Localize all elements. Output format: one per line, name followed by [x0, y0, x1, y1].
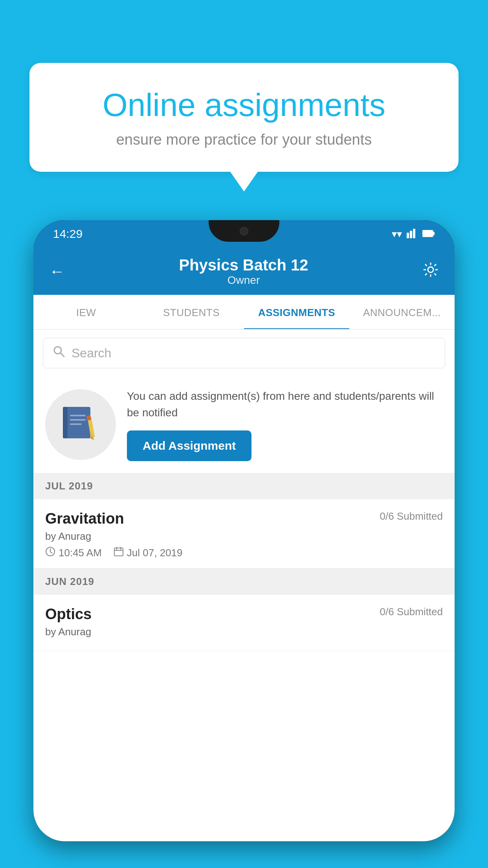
svg-rect-3 — [422, 230, 433, 237]
svg-rect-9 — [63, 407, 68, 438]
section-label-jun: JUN 2019 — [45, 576, 94, 587]
tab-students[interactable]: STUDENTS — [139, 295, 244, 329]
tabs-bar: IEW STUDENTS ASSIGNMENTS ANNOUNCEM... — [33, 295, 455, 330]
assignment-optics[interactable]: Optics 0/6 Submitted by Anurag — [33, 595, 455, 651]
svg-rect-4 — [433, 232, 435, 235]
phone-frame: 14:29 ▾▾ — [33, 220, 455, 841]
promo-card: You can add assignment(s) from here and … — [33, 376, 455, 473]
signal-icon — [407, 227, 418, 241]
svg-rect-19 — [114, 548, 123, 556]
wifi-icon: ▾▾ — [392, 228, 402, 240]
assignment-optics-author: by Anurag — [45, 626, 443, 638]
bubble-title: Online assignments — [61, 86, 427, 123]
calendar-icon — [114, 546, 124, 559]
add-assignment-button[interactable]: Add Assignment — [127, 430, 251, 461]
assignment-gravitation-date: Jul 07, 2019 — [114, 546, 183, 559]
assignment-gravitation-header: Gravitation 0/6 Submitted — [45, 510, 443, 527]
assignment-optics-title: Optics — [45, 606, 92, 623]
assignment-optics-submitted: 0/6 Submitted — [380, 606, 443, 618]
assignment-gravitation-submitted: 0/6 Submitted — [380, 510, 443, 522]
section-jun-2019: JUN 2019 — [33, 568, 455, 595]
promo-description: You can add assignment(s) from here and … — [127, 388, 443, 421]
header-title-wrap: Physics Batch 12 Owner — [65, 256, 422, 287]
status-time: 14:29 — [53, 227, 83, 241]
battery-icon — [422, 228, 435, 240]
svg-line-7 — [61, 353, 64, 357]
phone-screen: ← Physics Batch 12 Owner IEW — [33, 248, 455, 841]
gravitation-date-value: Jul 07, 2019 — [127, 547, 183, 559]
bubble-tail — [230, 172, 258, 191]
back-button[interactable]: ← — [49, 263, 65, 280]
svg-rect-8 — [65, 407, 90, 438]
tab-iew[interactable]: IEW — [33, 295, 139, 329]
svg-rect-12 — [70, 423, 82, 425]
search-icon — [53, 345, 65, 361]
assignment-gravitation-meta: 10:45 AM Jul 07, 2019 — [45, 546, 443, 559]
svg-rect-2 — [413, 229, 415, 238]
svg-rect-11 — [70, 419, 86, 421]
svg-rect-1 — [410, 231, 412, 238]
promo-icon — [45, 389, 116, 460]
assignment-gravitation-time: 10:45 AM — [45, 546, 102, 559]
assignment-gravitation-title: Gravitation — [45, 510, 124, 527]
section-jul-2019: JUL 2019 — [33, 473, 455, 499]
svg-rect-10 — [70, 415, 86, 416]
header-subtitle: Owner — [65, 274, 422, 287]
front-camera — [240, 227, 248, 235]
clock-icon — [45, 546, 55, 559]
svg-line-18 — [50, 552, 52, 553]
phone-notch — [209, 220, 279, 242]
status-bar: 14:29 ▾▾ — [33, 220, 455, 248]
settings-button[interactable] — [422, 261, 439, 281]
tab-assignments[interactable]: ASSIGNMENTS — [244, 295, 349, 329]
assignment-gravitation[interactable]: Gravitation 0/6 Submitted by Anurag — [33, 499, 455, 568]
search-placeholder-text: Search — [72, 346, 111, 360]
svg-rect-0 — [407, 233, 409, 238]
promo-bubble: Online assignments ensure more practice … — [29, 63, 459, 191]
bubble-card: Online assignments ensure more practice … — [29, 63, 459, 172]
app-header: ← Physics Batch 12 Owner — [33, 248, 455, 295]
tab-announcements[interactable]: ANNOUNCEM... — [349, 295, 455, 329]
gravitation-time-value: 10:45 AM — [59, 547, 102, 559]
section-label-jul: JUL 2019 — [45, 480, 93, 492]
search-bar[interactable]: Search — [43, 338, 445, 368]
assignment-gravitation-author: by Anurag — [45, 530, 443, 542]
bubble-subtitle: ensure more practice for your students — [61, 131, 427, 148]
svg-point-5 — [428, 267, 433, 272]
status-icons: ▾▾ — [392, 227, 435, 241]
search-container: Search — [33, 330, 455, 376]
assignment-optics-header: Optics 0/6 Submitted — [45, 606, 443, 623]
header-title: Physics Batch 12 — [65, 256, 422, 274]
promo-text: You can add assignment(s) from here and … — [127, 388, 443, 461]
phone-wrapper: 14:29 ▾▾ — [33, 220, 455, 868]
svg-rect-15 — [86, 415, 91, 421]
